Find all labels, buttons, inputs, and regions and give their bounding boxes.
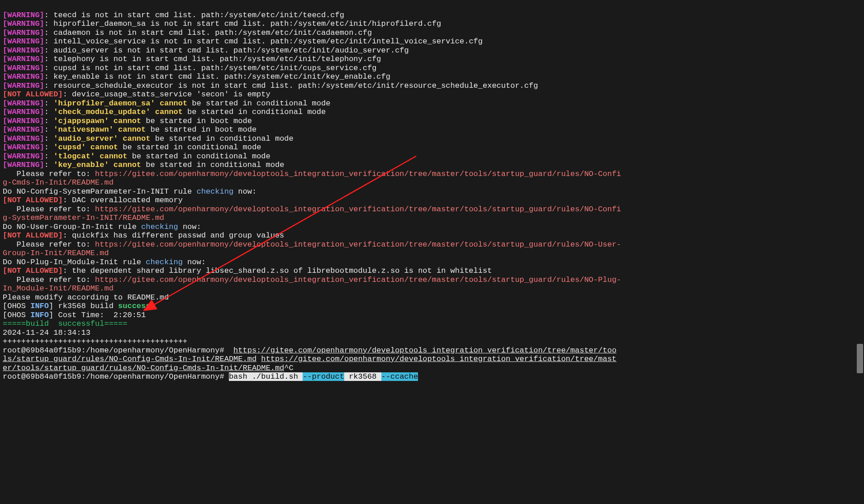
text-segment: https://gitee.com/openharmony/developtoo…: [261, 355, 617, 363]
text-segment: cannot: [114, 161, 141, 169]
text-segment: https://gitee.com/openharmony/developtoo…: [95, 205, 621, 214]
text-segment: [NOT ALLOWED]: [3, 90, 63, 99]
text-segment: [256, 355, 261, 363]
text-segment: [WARNING]: [3, 46, 44, 55]
terminal-line: Do NO-Plug-In_Module-Init rule checking …: [3, 258, 861, 267]
text-segment: INFO: [30, 302, 49, 310]
text-segment: https://gitee.com/openharmony/developtoo…: [95, 170, 621, 178]
text-segment: 'nativespawn': [53, 125, 114, 134]
text-segment: cannot: [114, 117, 141, 125]
terminal-output[interactable]: [WARNING]: teecd is not in start cmd lis…: [0, 0, 864, 392]
text-segment: root@69b84a0f15b9:/home/openharmony/Open…: [3, 346, 233, 355]
text-segment: https://gitee.com/openharmony/developtoo…: [233, 346, 617, 355]
text-segment: [WARNING]: [3, 134, 44, 143]
terminal-line: [OHOS INFO] rk3568 build success: [3, 302, 861, 311]
terminal-line: [WARNING]: telephony is not in start cmd…: [3, 55, 861, 64]
scrollbar-thumb[interactable]: [857, 344, 863, 373]
terminal-line: Please refer to: https://gitee.com/openh…: [3, 170, 861, 179]
text-segment: Please modify according to README.md: [3, 293, 169, 302]
terminal-line: [WARNING]: 'check_module_update' cannot …: [3, 108, 861, 117]
terminal-line: Do NO-User-Group-In-Init rule checking n…: [3, 223, 861, 232]
text-segment: [WARNING]: [3, 117, 44, 125]
text-segment: be started in conditional mode: [141, 161, 284, 169]
text-segment: : intell_voice_service is not in start c…: [44, 37, 483, 46]
terminal-line: [WARNING]: 'cupsd' cannot be started in …: [3, 143, 861, 152]
text-segment: : hiprofiler_daemon_sa is not in start c…: [44, 19, 441, 28]
text-segment: ] rk3568 build: [49, 302, 118, 310]
text-segment: =====build successful=====: [3, 319, 127, 328]
terminal-line: In_Module-Init/README.md: [3, 284, 861, 293]
text-segment: [WARNING]: [3, 55, 44, 63]
scrollbar[interactable]: [857, 0, 863, 504]
text-segment: Do NO-Plug-In_Module-Init rule: [3, 258, 146, 266]
text-segment: Please refer to:: [3, 170, 95, 178]
text-segment: :: [44, 161, 53, 169]
terminal-line: Please refer to: https://gitee.com/openh…: [3, 276, 861, 285]
text-segment: : telephony is not in start cmd list. pa…: [44, 55, 381, 63]
terminal-line: [WARNING]: cupsd is not in start cmd lis…: [3, 64, 861, 73]
current-command[interactable]: bash ./build.sh --product rk3568 --ccach…: [229, 372, 418, 381]
terminal-line: Group-In-Init/README.md: [3, 249, 861, 258]
text-segment: 'cupsd': [53, 143, 85, 152]
text-segment: now:: [233, 187, 256, 196]
terminal-line: g-SystemParameter-In-INIT/README.md: [3, 214, 861, 223]
text-segment: : cadaemon is not in start cmd list. pat…: [44, 29, 372, 37]
terminal-lines: [WARNING]: teecd is not in start cmd lis…: [3, 11, 861, 373]
command-segment: --product: [303, 372, 344, 381]
terminal-line: [WARNING]: hiprofiler_daemon_sa is not i…: [3, 19, 861, 29]
command-segment: rk3568: [344, 372, 381, 381]
text-segment: 'cjappspawn': [53, 117, 109, 125]
text-segment: Do NO-Config-SystemParameter-In-INIT rul…: [3, 187, 196, 196]
terminal-line: [WARNING]: 'audio_server' cannot be star…: [3, 134, 861, 143]
text-segment: :: [44, 143, 53, 152]
terminal-line: Do NO-Config-SystemParameter-In-INIT rul…: [3, 187, 861, 196]
terminal-line: [WARNING]: 'tlogcat' cannot be started i…: [3, 152, 861, 161]
text-segment: [NOT ALLOWED]: [3, 266, 63, 275]
text-segment: [WARNING]: [3, 161, 44, 169]
text-segment: cannot: [90, 143, 118, 152]
text-segment: [NOT ALLOWED]: [3, 196, 63, 204]
terminal-line: [WARNING]: resource_schedule_executor is…: [3, 81, 861, 90]
text-segment: checking: [196, 187, 233, 196]
command-segment: bash ./build.sh: [229, 372, 303, 381]
text-segment: cannot: [123, 134, 150, 143]
text-segment: [WARNING]: [3, 152, 44, 161]
text-segment: checking: [146, 258, 183, 266]
text-segment: : device_usage_stats_service 'secon' is …: [63, 90, 271, 99]
text-segment: checking: [141, 223, 178, 231]
command-segment: --ccache: [381, 372, 418, 381]
terminal-line: [NOT ALLOWED]: device_usage_stats_servic…: [3, 90, 861, 99]
terminal-line: [NOT ALLOWED]: DAC overallocated memory: [3, 196, 861, 205]
terminal-line: [NOT ALLOWED]: quickfix has different pa…: [3, 231, 861, 240]
text-segment: : audio_server is not in start cmd list.…: [44, 46, 409, 55]
text-segment: now:: [183, 258, 206, 266]
text-segment: [WARNING]: [3, 143, 44, 152]
text-segment: [WARNING]: [3, 64, 44, 72]
text-segment: INFO: [30, 311, 49, 319]
text-segment: [OHOS: [3, 302, 30, 310]
terminal-line: [WARNING]: teecd is not in start cmd lis…: [3, 11, 861, 20]
text-segment: [155, 99, 160, 108]
text-segment: : teecd is not in start cmd list. path:/…: [44, 11, 344, 19]
text-segment: [114, 125, 118, 134]
terminal-line: 2024-11-24 18:34:13: [3, 328, 861, 338]
terminal-line: Please refer to: https://gitee.com/openh…: [3, 240, 861, 249]
text-segment: : resource_schedule_executor is not in s…: [44, 81, 538, 90]
text-segment: https://gitee.com/openharmony/developtoo…: [95, 276, 621, 284]
terminal-line: [WARNING]: 'hiprofiler_daemon_sa' cannot…: [3, 99, 861, 108]
text-segment: : key_enable is not in start cmd list. p…: [44, 72, 390, 81]
text-segment: :: [44, 152, 53, 161]
text-segment: [WARNING]: [3, 19, 44, 28]
terminal-line: [OHOS INFO] Cost Time: 2:20:51: [3, 311, 861, 320]
text-segment: [WARNING]: [3, 29, 44, 37]
terminal-line: er/tools/startup_guard/rules/NO-Config-C…: [3, 364, 861, 373]
terminal-line: Please modify according to README.md: [3, 293, 861, 302]
terminal-line: Please refer to: https://gitee.com/openh…: [3, 205, 861, 214]
text-segment: In_Module-Init/README.md: [3, 284, 114, 293]
text-segment: g-Cmds-In-Init/README.md: [3, 178, 114, 187]
text-segment: ] Cost Time: 2:20:51: [49, 311, 146, 319]
text-segment: 'check_module_update': [53, 108, 150, 116]
text-segment: cannot: [155, 108, 183, 116]
text-segment: :: [44, 125, 53, 134]
text-segment: [WARNING]: [3, 37, 44, 46]
